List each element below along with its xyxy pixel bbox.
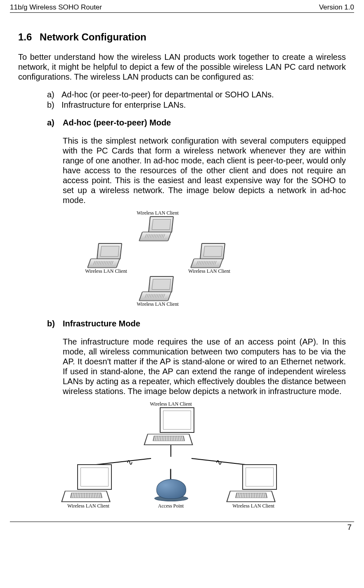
- access-point-icon: [152, 475, 189, 501]
- header-left: 11b/g Wireless SOHO Router: [10, 3, 102, 12]
- section-number: 1.6: [18, 31, 32, 43]
- header-right: Version 1.0: [319, 3, 354, 12]
- svg-text:∿: ∿: [126, 458, 133, 467]
- laptop-icon: [227, 464, 280, 502]
- header-row: 11b/g Wireless SOHO Router Version 1.0: [10, 3, 354, 13]
- intro-paragraph: To better understand how the wireless LA…: [18, 52, 346, 82]
- diagram-label: Wireless LAN Client: [182, 268, 236, 274]
- diagram-label: Wireless LAN Client: [55, 401, 286, 407]
- sub-marker: b): [47, 319, 63, 328]
- list-item: a) Ad-hoc (or peer-to-peer) for departme…: [47, 90, 346, 99]
- list-text: Ad-hoc (or peer-to-peer) for departmenta…: [61, 90, 274, 99]
- list-marker: a): [47, 90, 61, 99]
- laptop-icon: [190, 243, 229, 266]
- laptop-icon: [138, 276, 177, 299]
- diagram-label: Wireless LAN Client: [220, 503, 286, 509]
- laptop-icon: [87, 243, 126, 266]
- sub-title-text: Ad-hoc (peer-to-peer) Mode: [63, 118, 171, 128]
- svg-text:∿: ∿: [215, 458, 222, 467]
- diagram-label: Wireless LAN Client: [131, 301, 184, 307]
- diagram-label: Wireless LAN Client: [131, 210, 184, 216]
- diagram-label: Wireless LAN Client: [55, 503, 121, 509]
- subsection-b-title: b) Infrastructure Mode: [47, 319, 346, 328]
- diagram-label: Wireless LAN Client: [79, 268, 133, 274]
- sub-title-text: Infrastructure Mode: [63, 319, 140, 328]
- sub-marker: a): [47, 118, 63, 128]
- laptop-icon: [144, 407, 198, 445]
- section-title: 1.6 Network Configuration: [18, 31, 346, 43]
- infrastructure-diagram: Wireless LAN Client ∿ ∿: [55, 401, 286, 509]
- footer-rule: [10, 522, 354, 522]
- laptop-icon: [61, 464, 115, 502]
- section-name: Network Configuration: [40, 31, 147, 43]
- list-text: Infrastructure for enterprise LANs.: [61, 100, 186, 110]
- subsection-a-title: a) Ad-hoc (peer-to-peer) Mode: [47, 118, 346, 128]
- laptop-icon: [138, 216, 177, 239]
- subsection-b-body: The infrastructure mode requires the use…: [63, 337, 346, 396]
- list-item: b) Infrastructure for enterprise LANs.: [47, 100, 346, 110]
- diagram-label: Access Point: [146, 503, 196, 509]
- subsection-a-body: This is the simplest network configurati…: [63, 136, 346, 205]
- config-list: a) Ad-hoc (or peer-to-peer) for departme…: [47, 90, 346, 110]
- list-marker: b): [47, 100, 61, 110]
- page-number: 7: [0, 523, 364, 532]
- adhoc-diagram: Wireless LAN Client Wireless LAN Cli: [63, 210, 346, 307]
